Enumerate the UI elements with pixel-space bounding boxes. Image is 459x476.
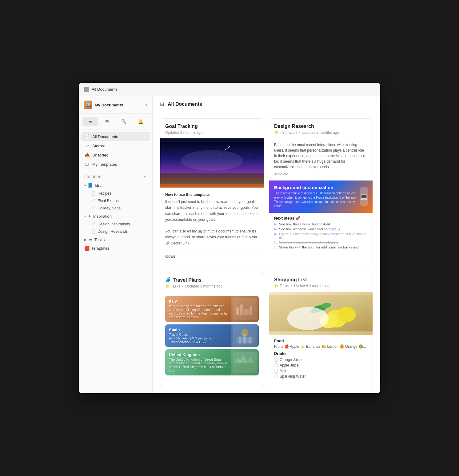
doc-icon: 📄 xyxy=(91,191,96,196)
folder-icon: 📁 xyxy=(165,284,170,288)
sidebar-item-label: Holiday plans xyxy=(98,206,121,210)
goal-tracking-updated: Updated 2 months ago xyxy=(165,130,202,135)
svg-point-12 xyxy=(235,151,235,152)
folder-templates[interactable]: 🟥 Templates xyxy=(81,244,150,252)
doc-icon: 📄 xyxy=(91,206,96,210)
drink-item-4: Sparkling Water xyxy=(274,374,368,379)
uk-image xyxy=(231,349,259,375)
doc-icon: 📄 xyxy=(91,199,96,203)
sidebar-item-label: Design inspirations xyxy=(98,222,130,226)
sidebar-item-design-inspirations[interactable]: 📄 Design inspirations xyxy=(88,220,150,228)
check-icon: ☑ xyxy=(274,227,277,231)
check-icon: ☑ xyxy=(274,232,277,236)
drink-label: Sparkling Water xyxy=(280,374,306,379)
folder-ideas-label: Ideas xyxy=(95,183,105,188)
spain-illustration xyxy=(233,325,257,347)
drinks-section-title: Drinks xyxy=(274,351,368,356)
svg-point-7 xyxy=(256,150,256,150)
expand-icon: ▾ xyxy=(84,184,86,187)
shopping-list-updated: Updated 3 months ago xyxy=(294,284,331,288)
design-research-meta: 📁 Inspiration • Updated 3 months ago xyxy=(274,130,368,135)
docs-grid: Goal Tracking Updated 2 months ago xyxy=(153,112,380,393)
check-icon: ☑ xyxy=(274,222,277,226)
sidebar-item-final-exams[interactable]: 📄 Final Exams xyxy=(88,197,150,204)
travel-preview-italy: Italy Italy, officially the Italian Repu… xyxy=(165,296,259,322)
svg-rect-26 xyxy=(243,334,246,343)
sidebar-item-design-research[interactable]: 📄 Design Research xyxy=(88,228,150,235)
sidebar-item-recipes[interactable]: 📄 Recipes xyxy=(88,190,150,197)
sidebar-item-all-documents[interactable]: 📄 All Documents xyxy=(81,132,150,141)
meta-dot: • xyxy=(298,130,300,135)
template-icon: ⊡ xyxy=(84,162,90,167)
folder-tasks-icon: ☰ xyxy=(89,237,93,242)
svg-rect-27 xyxy=(249,337,251,343)
main-content: 🏙️ My Documents ▾ ☰ ⊞ 🔍 🔔 📄 All Document… xyxy=(79,96,380,393)
drinks-section: Drinks Orange Juice Apple Juice xyxy=(274,351,368,379)
folder-tasks[interactable]: ▶ ☰ Tasks xyxy=(81,235,150,244)
expand-icon: ▶ xyxy=(84,238,87,241)
sidebar-item-label: Starred xyxy=(92,144,106,148)
svg-point-35 xyxy=(338,307,356,322)
title-bar-text: All Documents xyxy=(92,87,118,92)
sidebar-item-my-templates[interactable]: ⊡ My Templates xyxy=(81,160,150,169)
spain-image xyxy=(231,324,259,347)
drink-item-3: Milk xyxy=(274,368,368,374)
sidebar-item-starred[interactable]: ☆ Starred xyxy=(81,141,150,150)
sidebar-item-unsorted[interactable]: 📥 Unsorted xyxy=(81,150,150,160)
svg-rect-19 xyxy=(240,304,243,315)
goal-body-text: It doesn't just need to be the new year … xyxy=(165,199,259,223)
next-steps-title: Next steps 🚀 xyxy=(274,216,368,220)
workspace-avatar: 🏙️ xyxy=(84,101,92,109)
next-steps: Next steps 🚀 ☑ See how these would feel … xyxy=(269,213,373,253)
folder-templates-label: Templates xyxy=(91,246,110,251)
shopping-list-title: Shopping List xyxy=(274,277,368,283)
list-view-button[interactable]: ☰ xyxy=(82,117,98,126)
folder-inspiration[interactable]: ▾ ✦ Inspiration xyxy=(81,212,150,220)
drink-label: Apple Juice xyxy=(280,363,299,367)
main-area: ⊟ All Documents Goal Tracking Updated 2 … xyxy=(153,96,380,393)
svg-point-13 xyxy=(249,154,249,155)
goal-tracking-meta: Updated 2 months ago xyxy=(165,130,259,135)
travel-preview-uk: United Kingdom The United Kingdom of Gre… xyxy=(165,349,259,375)
travel-plans-updated: Updated 3 months ago xyxy=(185,284,222,288)
folder-inspiration-children: 📄 Design inspirations 📄 Design Research xyxy=(88,220,150,235)
doc-icon: 📄 xyxy=(91,222,96,226)
drink-label: Orange Juice xyxy=(280,358,301,362)
card-travel-plans[interactable]: 🧳 Travel Plans 📁 Tasks • Updated 3 month… xyxy=(160,272,264,387)
folder-inspiration-icon: ✦ xyxy=(88,214,91,219)
sidebar-toggle-button[interactable]: ⊟ xyxy=(160,101,164,107)
folder-ideas[interactable]: ▾ 📘 Ideas xyxy=(81,181,150,190)
folders-header: Folders + xyxy=(81,173,150,181)
next-step-3: ☑ Figure out the easiest way to implemen… xyxy=(274,232,368,240)
next-step-label: See how these would feel on iPad xyxy=(279,222,330,226)
notifications-button[interactable]: 🔔 xyxy=(133,117,149,126)
grid-view-button[interactable]: ⊞ xyxy=(99,117,115,126)
search-button[interactable]: 🔍 xyxy=(116,117,132,126)
drink-item-1: Orange Juice xyxy=(274,357,368,363)
checkbox-icon xyxy=(274,363,278,367)
add-folder-button[interactable]: + xyxy=(143,174,147,179)
card-goal-tracking[interactable]: Goal Tracking Updated 2 months ago xyxy=(160,118,264,267)
chevron-down-icon[interactable]: ▾ xyxy=(146,103,147,107)
card-design-research[interactable]: Design Research 📁 Inspiration • Updated … xyxy=(269,118,373,267)
goal-tracking-body: How to use this template: It doesn't jus… xyxy=(160,188,264,251)
folders-section: Folders + ▾ 📘 Ideas 📄 Recipes 📄 xyxy=(79,171,152,255)
meta-dot: • xyxy=(182,284,183,288)
workspace-name: My Documents xyxy=(95,103,123,107)
folder-icon: 📁 xyxy=(274,284,279,288)
travel-emoji: 🧳 xyxy=(165,277,171,283)
design-research-body: Based on the most recent interactions wi… xyxy=(269,138,373,180)
card-shopping-list[interactable]: Shopping List 📁 Tasks • Updated 3 months… xyxy=(269,272,373,387)
svg-point-4 xyxy=(212,144,212,145)
next-step-label: Share this with the team for additional … xyxy=(279,245,359,249)
sidebar-item-holiday-plans[interactable]: 📄 Holiday plans xyxy=(88,204,150,212)
check-icon: ☑ xyxy=(274,240,277,244)
next-step-label: See how we these would feel on macOS xyxy=(279,227,340,231)
goal-tracking-footer: Goals xyxy=(160,251,264,263)
sidebar-nav: 📄 All Documents ☆ Starred 📥 Unsorted ⊡ M… xyxy=(79,129,152,171)
expand-icon: ▾ xyxy=(84,215,86,218)
drink-label: Milk xyxy=(280,369,286,373)
main-header: ⊟ All Documents xyxy=(153,96,380,112)
sidebar-header[interactable]: 🏙️ My Documents ▾ xyxy=(79,96,152,114)
svg-point-8 xyxy=(173,154,173,154)
